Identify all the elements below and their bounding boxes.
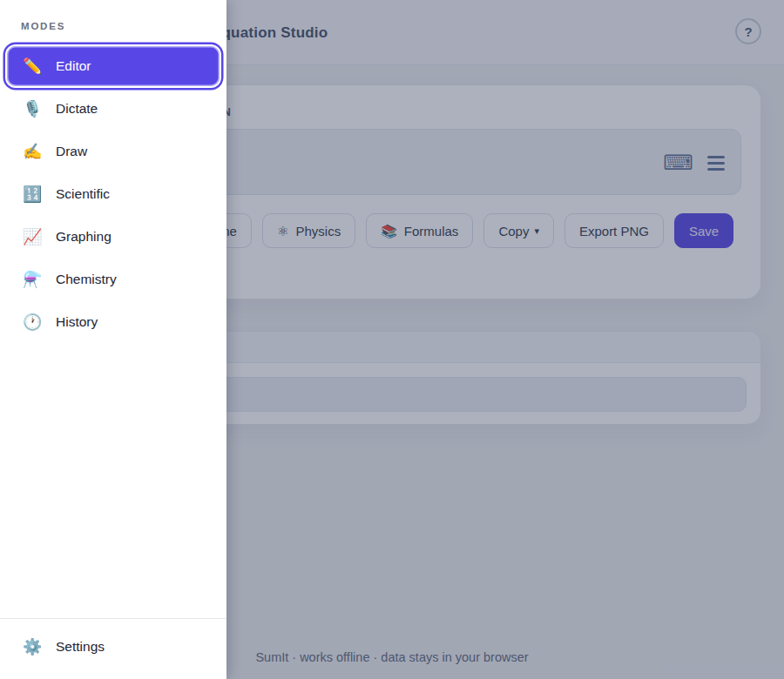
gear-icon: ⚙️	[23, 639, 42, 655]
mode-item-history[interactable]: 🕐 History	[7, 302, 220, 342]
chart-icon: 📈	[23, 229, 42, 245]
mode-item-label: Scientific	[56, 186, 110, 202]
mode-item-scientific[interactable]: 🔢 Scientific	[7, 174, 220, 214]
mode-item-label: History	[56, 314, 98, 330]
alembic-icon: ⚗️	[23, 272, 42, 287]
numbers-icon: 🔢	[23, 186, 42, 202]
mode-item-label: Dictate	[56, 101, 98, 117]
drawer-footer: ⚙️ Settings	[0, 618, 226, 679]
mode-item-label: Chemistry	[56, 272, 117, 287]
settings-item[interactable]: ⚙️ Settings	[7, 627, 220, 667]
mode-item-label: Draw	[56, 144, 87, 159]
settings-label: Settings	[56, 639, 105, 655]
mode-item-dictate[interactable]: 🎙️ Dictate	[7, 89, 220, 129]
drawer-title: MODES	[21, 21, 226, 31]
modes-drawer: MODES ✏️ Editor 🎙️ Dictate ✍️ Draw 🔢 Sci…	[0, 0, 226, 679]
mode-list: ✏️ Editor 🎙️ Dictate ✍️ Draw 🔢 Scientifi…	[0, 46, 226, 342]
pencil-icon: ✏️	[23, 58, 42, 74]
mode-item-label: Editor	[56, 58, 91, 74]
mode-item-draw[interactable]: ✍️ Draw	[7, 131, 220, 171]
mode-item-chemistry[interactable]: ⚗️ Chemistry	[7, 259, 220, 299]
mode-item-label: Graphing	[56, 229, 112, 245]
writing-hand-icon: ✍️	[23, 144, 42, 159]
clock-icon: 🕐	[23, 314, 42, 330]
microphone-icon: 🎙️	[23, 101, 42, 117]
mode-item-graphing[interactable]: 📈 Graphing	[7, 217, 220, 257]
mode-item-editor[interactable]: ✏️ Editor	[7, 46, 220, 86]
